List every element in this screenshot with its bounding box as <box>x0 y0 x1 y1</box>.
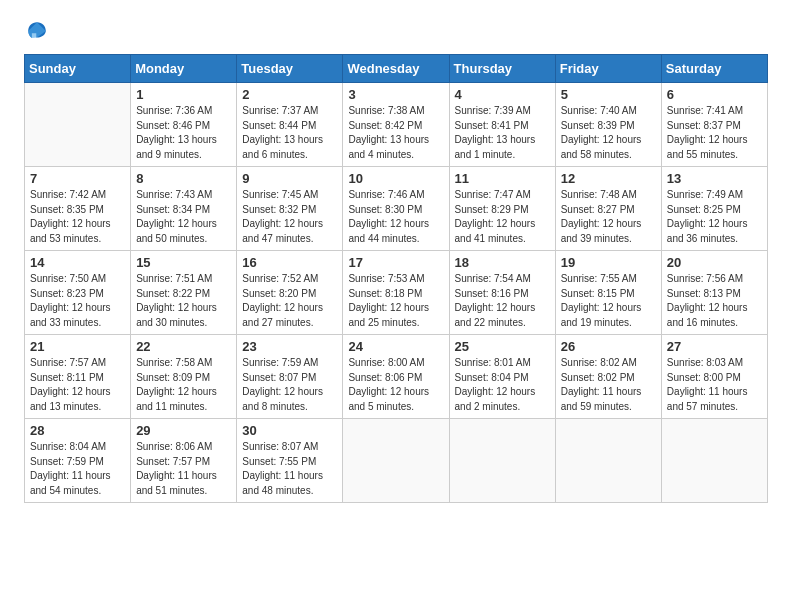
day-number: 14 <box>30 255 125 270</box>
cell-content: Sunrise: 7:39 AMSunset: 8:41 PMDaylight:… <box>455 104 550 162</box>
calendar-cell: 2Sunrise: 7:37 AMSunset: 8:44 PMDaylight… <box>237 83 343 167</box>
calendar-cell: 26Sunrise: 8:02 AMSunset: 8:02 PMDayligh… <box>555 335 661 419</box>
cell-content: Sunrise: 7:53 AMSunset: 8:18 PMDaylight:… <box>348 272 443 330</box>
cell-content: Sunrise: 8:07 AMSunset: 7:55 PMDaylight:… <box>242 440 337 498</box>
day-number: 17 <box>348 255 443 270</box>
day-number: 25 <box>455 339 550 354</box>
day-number: 3 <box>348 87 443 102</box>
day-number: 16 <box>242 255 337 270</box>
calendar-cell: 12Sunrise: 7:48 AMSunset: 8:27 PMDayligh… <box>555 167 661 251</box>
cell-content: Sunrise: 7:46 AMSunset: 8:30 PMDaylight:… <box>348 188 443 246</box>
day-number: 19 <box>561 255 656 270</box>
calendar-cell: 15Sunrise: 7:51 AMSunset: 8:22 PMDayligh… <box>131 251 237 335</box>
cell-content: Sunrise: 7:37 AMSunset: 8:44 PMDaylight:… <box>242 104 337 162</box>
day-number: 9 <box>242 171 337 186</box>
calendar-week-row: 21Sunrise: 7:57 AMSunset: 8:11 PMDayligh… <box>25 335 768 419</box>
day-number: 8 <box>136 171 231 186</box>
calendar-table: SundayMondayTuesdayWednesdayThursdayFrid… <box>24 54 768 503</box>
cell-content: Sunrise: 8:06 AMSunset: 7:57 PMDaylight:… <box>136 440 231 498</box>
day-number: 12 <box>561 171 656 186</box>
calendar-cell: 1Sunrise: 7:36 AMSunset: 8:46 PMDaylight… <box>131 83 237 167</box>
cell-content: Sunrise: 8:04 AMSunset: 7:59 PMDaylight:… <box>30 440 125 498</box>
day-number: 10 <box>348 171 443 186</box>
cell-content: Sunrise: 7:58 AMSunset: 8:09 PMDaylight:… <box>136 356 231 414</box>
calendar-week-row: 14Sunrise: 7:50 AMSunset: 8:23 PMDayligh… <box>25 251 768 335</box>
day-number: 7 <box>30 171 125 186</box>
day-header-friday: Friday <box>555 55 661 83</box>
calendar-cell: 5Sunrise: 7:40 AMSunset: 8:39 PMDaylight… <box>555 83 661 167</box>
day-header-monday: Monday <box>131 55 237 83</box>
calendar-week-row: 28Sunrise: 8:04 AMSunset: 7:59 PMDayligh… <box>25 419 768 503</box>
day-number: 18 <box>455 255 550 270</box>
cell-content: Sunrise: 8:01 AMSunset: 8:04 PMDaylight:… <box>455 356 550 414</box>
calendar-cell: 23Sunrise: 7:59 AMSunset: 8:07 PMDayligh… <box>237 335 343 419</box>
calendar-cell: 4Sunrise: 7:39 AMSunset: 8:41 PMDaylight… <box>449 83 555 167</box>
logo-icon <box>26 20 48 42</box>
day-header-thursday: Thursday <box>449 55 555 83</box>
calendar-cell: 18Sunrise: 7:54 AMSunset: 8:16 PMDayligh… <box>449 251 555 335</box>
calendar-week-row: 7Sunrise: 7:42 AMSunset: 8:35 PMDaylight… <box>25 167 768 251</box>
calendar-cell: 22Sunrise: 7:58 AMSunset: 8:09 PMDayligh… <box>131 335 237 419</box>
calendar-cell: 19Sunrise: 7:55 AMSunset: 8:15 PMDayligh… <box>555 251 661 335</box>
day-number: 22 <box>136 339 231 354</box>
calendar-cell <box>449 419 555 503</box>
calendar-body: 1Sunrise: 7:36 AMSunset: 8:46 PMDaylight… <box>25 83 768 503</box>
cell-content: Sunrise: 7:49 AMSunset: 8:25 PMDaylight:… <box>667 188 762 246</box>
day-number: 21 <box>30 339 125 354</box>
day-number: 30 <box>242 423 337 438</box>
calendar-cell: 17Sunrise: 7:53 AMSunset: 8:18 PMDayligh… <box>343 251 449 335</box>
calendar-cell: 21Sunrise: 7:57 AMSunset: 8:11 PMDayligh… <box>25 335 131 419</box>
calendar-cell: 3Sunrise: 7:38 AMSunset: 8:42 PMDaylight… <box>343 83 449 167</box>
calendar-cell: 14Sunrise: 7:50 AMSunset: 8:23 PMDayligh… <box>25 251 131 335</box>
cell-content: Sunrise: 7:48 AMSunset: 8:27 PMDaylight:… <box>561 188 656 246</box>
calendar-cell: 16Sunrise: 7:52 AMSunset: 8:20 PMDayligh… <box>237 251 343 335</box>
day-number: 26 <box>561 339 656 354</box>
calendar-cell: 10Sunrise: 7:46 AMSunset: 8:30 PMDayligh… <box>343 167 449 251</box>
day-number: 6 <box>667 87 762 102</box>
day-number: 28 <box>30 423 125 438</box>
cell-content: Sunrise: 7:38 AMSunset: 8:42 PMDaylight:… <box>348 104 443 162</box>
cell-content: Sunrise: 8:02 AMSunset: 8:02 PMDaylight:… <box>561 356 656 414</box>
calendar-cell: 7Sunrise: 7:42 AMSunset: 8:35 PMDaylight… <box>25 167 131 251</box>
day-number: 13 <box>667 171 762 186</box>
cell-content: Sunrise: 7:55 AMSunset: 8:15 PMDaylight:… <box>561 272 656 330</box>
cell-content: Sunrise: 7:47 AMSunset: 8:29 PMDaylight:… <box>455 188 550 246</box>
cell-content: Sunrise: 7:51 AMSunset: 8:22 PMDaylight:… <box>136 272 231 330</box>
logo <box>24 20 48 46</box>
days-header-row: SundayMondayTuesdayWednesdayThursdayFrid… <box>25 55 768 83</box>
cell-content: Sunrise: 7:40 AMSunset: 8:39 PMDaylight:… <box>561 104 656 162</box>
calendar-cell: 8Sunrise: 7:43 AMSunset: 8:34 PMDaylight… <box>131 167 237 251</box>
day-header-tuesday: Tuesday <box>237 55 343 83</box>
calendar-cell: 13Sunrise: 7:49 AMSunset: 8:25 PMDayligh… <box>661 167 767 251</box>
calendar-cell: 30Sunrise: 8:07 AMSunset: 7:55 PMDayligh… <box>237 419 343 503</box>
day-number: 1 <box>136 87 231 102</box>
calendar-cell: 29Sunrise: 8:06 AMSunset: 7:57 PMDayligh… <box>131 419 237 503</box>
calendar-cell <box>555 419 661 503</box>
calendar-cell <box>661 419 767 503</box>
day-header-saturday: Saturday <box>661 55 767 83</box>
cell-content: Sunrise: 7:59 AMSunset: 8:07 PMDaylight:… <box>242 356 337 414</box>
day-header-wednesday: Wednesday <box>343 55 449 83</box>
calendar-cell: 24Sunrise: 8:00 AMSunset: 8:06 PMDayligh… <box>343 335 449 419</box>
day-number: 11 <box>455 171 550 186</box>
cell-content: Sunrise: 7:43 AMSunset: 8:34 PMDaylight:… <box>136 188 231 246</box>
cell-content: Sunrise: 7:41 AMSunset: 8:37 PMDaylight:… <box>667 104 762 162</box>
cell-content: Sunrise: 7:56 AMSunset: 8:13 PMDaylight:… <box>667 272 762 330</box>
cell-content: Sunrise: 7:50 AMSunset: 8:23 PMDaylight:… <box>30 272 125 330</box>
cell-content: Sunrise: 7:57 AMSunset: 8:11 PMDaylight:… <box>30 356 125 414</box>
day-number: 27 <box>667 339 762 354</box>
calendar-cell: 9Sunrise: 7:45 AMSunset: 8:32 PMDaylight… <box>237 167 343 251</box>
calendar-cell <box>343 419 449 503</box>
day-number: 24 <box>348 339 443 354</box>
day-number: 23 <box>242 339 337 354</box>
cell-content: Sunrise: 7:42 AMSunset: 8:35 PMDaylight:… <box>30 188 125 246</box>
cell-content: Sunrise: 8:03 AMSunset: 8:00 PMDaylight:… <box>667 356 762 414</box>
calendar-cell: 28Sunrise: 8:04 AMSunset: 7:59 PMDayligh… <box>25 419 131 503</box>
cell-content: Sunrise: 7:54 AMSunset: 8:16 PMDaylight:… <box>455 272 550 330</box>
cell-content: Sunrise: 7:45 AMSunset: 8:32 PMDaylight:… <box>242 188 337 246</box>
calendar-cell: 6Sunrise: 7:41 AMSunset: 8:37 PMDaylight… <box>661 83 767 167</box>
calendar-cell: 27Sunrise: 8:03 AMSunset: 8:00 PMDayligh… <box>661 335 767 419</box>
cell-content: Sunrise: 7:52 AMSunset: 8:20 PMDaylight:… <box>242 272 337 330</box>
calendar-cell: 25Sunrise: 8:01 AMSunset: 8:04 PMDayligh… <box>449 335 555 419</box>
day-number: 5 <box>561 87 656 102</box>
